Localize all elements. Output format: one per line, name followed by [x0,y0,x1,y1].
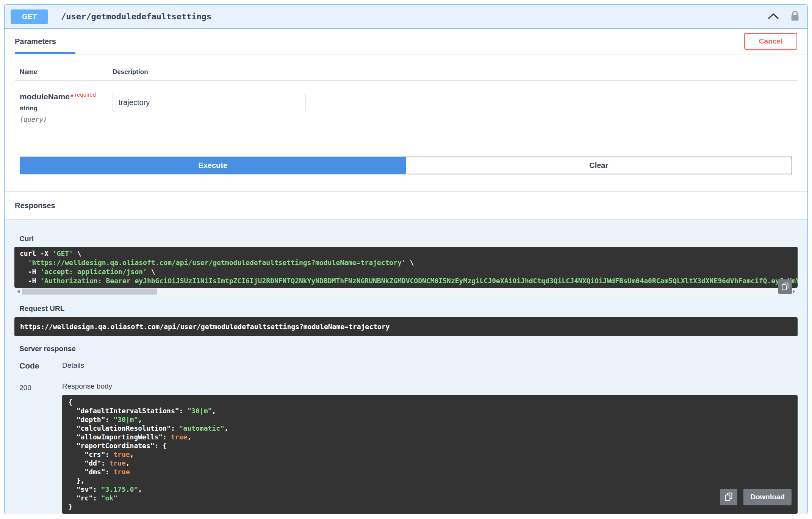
code-line: "calculationResolution": "automatic", [68,424,792,433]
server-response-table-header: Code Details [14,359,798,375]
parameter-name: moduleName [20,92,70,101]
column-header-name: Name [20,68,113,76]
parameter-name-cell: moduleName*required string (query) [20,91,113,123]
curl-label: Curl [19,220,798,243]
code-line: { [68,398,792,406]
curl-horizontal-scrollbar[interactable] [14,289,798,295]
code-line: "allowImportingWells": true, [68,433,792,441]
code-line: }, [68,476,792,485]
code-line: -H 'accept: application/json' \ [20,267,792,276]
code-line: -H 'Authorization: Bearer eyJhbGciOiJSUz… [20,276,792,285]
method-badge: GET [11,9,48,24]
parameters-table-header: Name Description [15,54,797,81]
required-star: * [70,92,74,101]
execute-button[interactable]: Execute [20,157,406,174]
authorize-button[interactable] [790,10,800,23]
response-details-cell: Response body { "defaultIntervalStations… [62,382,798,514]
column-header-code: Code [19,361,62,370]
responses-body: Curl curl -X 'GET' \ 'https://welldesign… [5,220,807,514]
responses-section-header: Responses [5,191,807,220]
column-header-details: Details [62,361,84,370]
request-url-label: Request URL [19,304,798,313]
code-line: "sv": "3.175.0", [68,485,792,494]
copy-response-button[interactable] [720,489,737,505]
endpoint-summary[interactable]: GET /user/getmoduledefaultsettings [5,5,807,29]
response-body-label: Response body [62,382,798,390]
parameter-description-cell [113,91,792,123]
scrollbar-left-arrow[interactable] [14,289,22,295]
code-line: "reportCoordinates": { [68,441,792,450]
parameter-row: moduleName*required string (query) [15,81,797,123]
parameter-name-line: moduleName*required [20,91,113,101]
response-body-wrapper: { "defaultIntervalStations": "30|m", "de… [62,395,798,514]
server-response-row: 200 Response body { "defaultIntervalStat… [14,375,798,514]
moduleName-input[interactable] [113,93,306,112]
clipboard-icon [781,282,789,292]
curl-wrapper: curl -X 'GET' \ 'https://welldesign.qa.o… [14,247,798,288]
parameter-type: string [20,105,113,112]
lock-icon [790,10,800,23]
required-label: required [75,91,96,98]
chevron-up-icon [768,13,779,20]
tab-parameters[interactable]: Parameters [15,37,56,46]
code-line: curl -X 'GET' \ [20,249,792,258]
code-line: "depth": "30|m", [68,415,792,424]
code-line: } [68,502,792,511]
status-code: 200 [19,382,62,514]
responses-title: Responses [15,201,55,210]
tab-active-underline [15,52,75,54]
collapse-button[interactable] [768,13,779,20]
code-line: "defaultIntervalStations": "30|m", [68,406,792,415]
curl-command: curl -X 'GET' \ 'https://welldesign.qa.o… [14,247,798,288]
response-body-actions: Download [720,489,792,505]
code-line: "dd": true, [68,459,792,467]
execute-wrapper: Execute Clear [20,157,792,174]
parameters-section-header: Parameters Cancel [5,29,807,54]
request-url-value: https://welldesign.qa.oliasoft.com/api/u… [14,317,798,336]
opblock-get: GET /user/getmoduledefaultsettings Param… [4,4,808,514]
parameters-body: Name Description moduleName*required str… [5,54,807,191]
code-line: 'https://welldesign.qa.oliasoft.com/api/… [20,258,792,267]
column-header-description: Description [113,68,148,76]
cancel-button[interactable]: Cancel [744,33,797,50]
code-line: "dms": true [68,467,792,476]
scrollbar-thumb[interactable] [22,289,157,295]
code-line: "crs": true, [68,450,792,459]
response-body-json: { "defaultIntervalStations": "30|m", "de… [62,395,798,514]
clear-button[interactable]: Clear [406,157,793,174]
parameter-location: (query) [20,116,113,123]
server-response-label: Server response [19,345,798,353]
copy-curl-button[interactable] [778,279,792,294]
clipboard-icon [724,492,733,502]
header-icons [768,10,801,23]
download-button[interactable]: Download [743,489,792,505]
endpoint-path: /user/getmoduledefaultsettings [61,12,211,21]
code-line: "rc": "ok" [68,494,792,502]
